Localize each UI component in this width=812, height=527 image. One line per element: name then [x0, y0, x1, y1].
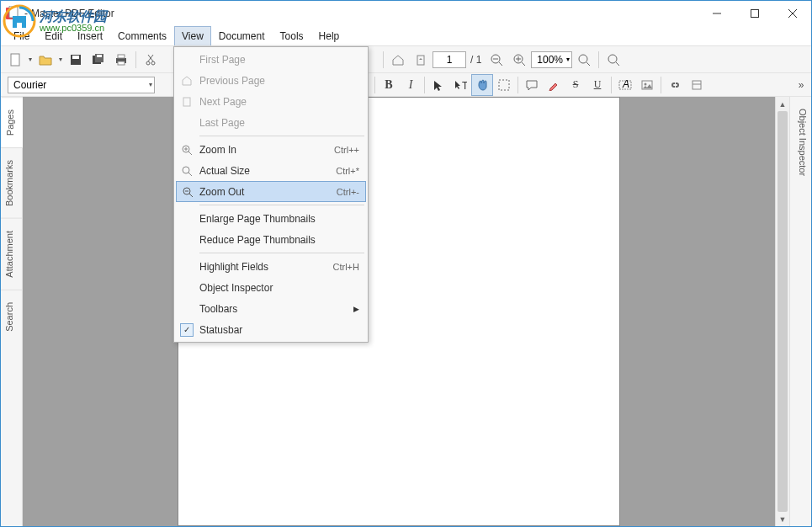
- zoom-actual-button[interactable]: [573, 49, 595, 71]
- hand-icon: [475, 78, 489, 92]
- close-button[interactable]: [773, 1, 811, 26]
- tab-search[interactable]: Search: [1, 290, 22, 343]
- zoom-combo[interactable]: 100%▾: [531, 51, 572, 68]
- menu-highlight-fields[interactable]: Highlight Fields Ctrl+H: [176, 256, 366, 277]
- menu-next-page[interactable]: Next Page: [176, 91, 366, 112]
- menu-help[interactable]: Help: [311, 26, 348, 45]
- separator: [661, 77, 661, 93]
- underline-tool-button[interactable]: U: [586, 74, 608, 96]
- new-button[interactable]: [4, 49, 26, 71]
- menu-reduce-thumbnails[interactable]: Reduce Page Thumbnails: [176, 229, 366, 250]
- menu-actual-size[interactable]: Actual Size Ctrl+*: [176, 160, 366, 181]
- svg-rect-4: [751, 10, 758, 18]
- print-icon: [114, 53, 128, 67]
- zoom-actual-icon: [577, 53, 591, 67]
- cursor-icon: [433, 79, 444, 91]
- menu-toolbars[interactable]: Toolbars ▶: [176, 298, 366, 319]
- print-button[interactable]: [110, 49, 132, 71]
- menu-object-inspector[interactable]: Object Inspector: [176, 277, 366, 298]
- bold-button[interactable]: B: [378, 74, 400, 96]
- scroll-thumb[interactable]: [778, 111, 788, 512]
- strikeout-tool-button[interactable]: S: [565, 74, 586, 96]
- marquee-tool-button[interactable]: [493, 74, 515, 96]
- open-button[interactable]: [34, 49, 56, 71]
- svg-point-28: [579, 55, 587, 63]
- cut-button[interactable]: [140, 49, 162, 71]
- svg-line-27: [522, 62, 525, 66]
- link-tool-button[interactable]: [664, 74, 686, 96]
- svg-rect-20: [417, 56, 424, 65]
- main-toolbar: ▾ ▾ / 1 100%▾: [1, 46, 811, 73]
- zoom-value: 100%: [537, 54, 563, 66]
- menu-view[interactable]: View: [174, 26, 211, 45]
- folder-open-icon: [39, 53, 52, 67]
- italic-button[interactable]: I: [400, 74, 422, 96]
- menu-edit[interactable]: Edit: [37, 26, 70, 45]
- image-tool-button[interactable]: [636, 74, 658, 96]
- save-all-button[interactable]: [88, 49, 109, 71]
- home-icon: [180, 74, 194, 88]
- tab-object-inspector[interactable]: Object Inspector: [790, 97, 811, 188]
- tab-pages[interactable]: Pages: [1, 97, 23, 147]
- submenu-arrow-icon: ▶: [353, 305, 359, 313]
- menu-insert[interactable]: Insert: [70, 26, 110, 45]
- svg-line-31: [616, 62, 619, 66]
- scroll-down-button[interactable]: ▼: [776, 512, 789, 526]
- menu-document[interactable]: Document: [211, 26, 273, 45]
- font-family-combo[interactable]: Courier ▾: [8, 77, 155, 93]
- menu-tools[interactable]: Tools: [273, 26, 311, 45]
- comment-tool-button[interactable]: [521, 74, 543, 96]
- open-dropdown[interactable]: ▾: [57, 56, 64, 63]
- link-icon: [668, 79, 682, 91]
- toolbar-overflow-button[interactable]: »: [794, 79, 808, 91]
- svg-rect-33: [499, 80, 509, 90]
- prev-page-button[interactable]: [410, 49, 432, 71]
- svg-rect-9: [72, 56, 79, 59]
- new-dropdown[interactable]: ▾: [27, 56, 34, 63]
- save-button[interactable]: [65, 49, 87, 71]
- menu-enlarge-thumbnails[interactable]: Enlarge Page Thumbnails: [176, 208, 366, 229]
- menu-previous-page[interactable]: Previous Page: [176, 70, 366, 91]
- tab-attachment[interactable]: Attachment: [1, 218, 22, 290]
- minimize-button[interactable]: [698, 1, 735, 26]
- vertical-scrollbar[interactable]: ▲ ▼: [775, 97, 789, 526]
- svg-point-37: [645, 83, 647, 85]
- menu-separator: [199, 205, 364, 205]
- menu-first-page[interactable]: First Page: [176, 49, 366, 70]
- svg-rect-15: [118, 61, 125, 65]
- form-tool-button[interactable]: [686, 74, 708, 96]
- menu-statusbar[interactable]: ✓ Statusbar: [176, 319, 366, 340]
- maximize-button[interactable]: [735, 1, 773, 26]
- menu-zoom-in[interactable]: Zoom In Ctrl++: [176, 139, 366, 160]
- svg-point-16: [146, 61, 150, 65]
- menu-zoom-out[interactable]: Zoom Out Ctrl+-: [176, 181, 366, 202]
- zoom-in-icon: [180, 143, 194, 157]
- menu-file[interactable]: File: [6, 26, 37, 45]
- menu-separator: [199, 136, 364, 136]
- zoom-out-button[interactable]: [486, 49, 507, 71]
- document-canvas[interactable]: ▲ ▼: [23, 97, 789, 526]
- select-tool-button[interactable]: [427, 74, 449, 96]
- first-page-button[interactable]: [387, 49, 409, 71]
- tab-bookmarks[interactable]: Bookmarks: [1, 147, 22, 218]
- menu-last-page[interactable]: Last Page: [176, 112, 366, 133]
- highlighter-icon: [548, 79, 560, 91]
- hand-tool-button[interactable]: [471, 74, 493, 96]
- find-button[interactable]: [602, 49, 624, 71]
- window-title: Master PDF Editor: [31, 8, 114, 19]
- app-icon: [4, 6, 19, 21]
- view-menu-dropdown: First Page Previous Page Next Page Last …: [173, 46, 369, 343]
- home-icon: [392, 54, 404, 66]
- menu-comments[interactable]: Comments: [110, 26, 174, 45]
- zoom-in-button[interactable]: [508, 49, 530, 71]
- workarea: Pages Bookmarks Attachment Search ▲ ▼ Ob…: [1, 97, 811, 526]
- text-box-tool-button[interactable]: A: [614, 74, 636, 96]
- svg-line-44: [188, 152, 192, 155]
- svg-rect-14: [118, 55, 125, 58]
- scroll-up-button[interactable]: ▲: [776, 97, 789, 111]
- save-all-icon: [92, 53, 105, 67]
- page-number-input[interactable]: [433, 51, 466, 68]
- highlight-tool-button[interactable]: [543, 74, 565, 96]
- text-select-tool-button[interactable]: T: [449, 74, 471, 96]
- left-sidebar-tabs: Pages Bookmarks Attachment Search: [1, 97, 23, 526]
